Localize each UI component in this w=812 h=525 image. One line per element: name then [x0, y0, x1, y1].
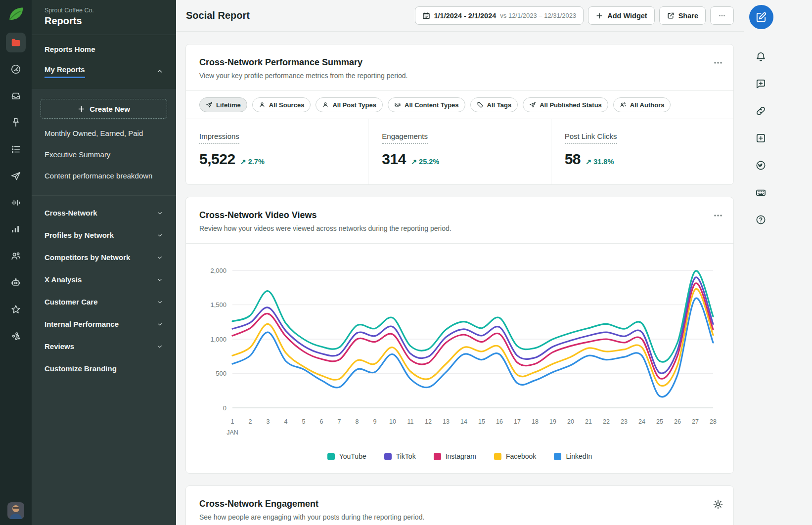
filter-chip-all-published-status[interactable]: All Published Status	[523, 97, 608, 112]
performance-summary-card: Cross-Network Performance Summary View y…	[185, 44, 734, 185]
utility-bird-circle-button[interactable]	[749, 155, 773, 175]
utility-message-plus-button[interactable]	[749, 73, 773, 94]
add-widget-button[interactable]: Add Widget	[588, 6, 654, 25]
bell-icon	[755, 51, 767, 62]
sidebar-group-cross-network[interactable]: Cross-Network	[41, 202, 167, 224]
filter-chip-all-tags[interactable]: All Tags	[470, 97, 518, 112]
legend-item-instagram[interactable]: Instagram	[434, 452, 476, 460]
tag-icon	[477, 101, 484, 108]
x-axis-tick: 27	[692, 418, 699, 425]
sidebar-group-reviews[interactable]: Reviews	[41, 335, 167, 357]
sidebar-item-reports-home[interactable]: Reports Home	[45, 45, 163, 53]
my-reports-section: Create New Monthly Owned, Earned, PaidEx…	[32, 89, 176, 191]
x-axis-tick: 7	[338, 418, 341, 425]
chevron-down-icon	[156, 343, 163, 350]
metric-label[interactable]: Impressions	[199, 132, 239, 144]
rail-audience-people-icon[interactable]	[6, 246, 26, 266]
metric-label[interactable]: Engagements	[382, 132, 428, 144]
metric-value: 58	[565, 151, 581, 168]
x-axis-tick: 6	[320, 418, 323, 425]
utility-keyboard-button[interactable]	[749, 182, 773, 203]
reports-bars-icon	[10, 224, 21, 235]
metric-label[interactable]: Post Link Clicks	[565, 132, 617, 144]
filter-chip-all-post-types[interactable]: All Post Types	[316, 97, 383, 112]
rail-network-cluster-icon[interactable]	[6, 326, 26, 346]
create-new-button[interactable]: Create New	[41, 99, 167, 119]
card-subtitle: Review how your videos were viewed acros…	[199, 224, 720, 232]
legend-item-facebook[interactable]: Facebook	[494, 452, 536, 460]
org-name: Sprout Coffee Co.	[45, 7, 163, 14]
x-axis-tick: 17	[514, 418, 521, 425]
utility-link-button[interactable]	[749, 100, 773, 121]
sidebar-item-my-reports[interactable]: My Reports	[45, 65, 163, 78]
metric-value: 5,522	[199, 151, 235, 168]
utility-window-plus-button[interactable]	[749, 128, 773, 148]
bot-icon	[10, 277, 21, 288]
sprout-logo[interactable]	[6, 5, 25, 24]
video-views-chart: 05001,0001,5002,000123456789101112131415…	[186, 244, 733, 449]
filter-chip-lifetime[interactable]: Lifetime	[199, 97, 247, 112]
legend-item-linkedin[interactable]: LinkedIn	[554, 452, 592, 460]
x-axis-tick: 22	[603, 418, 610, 425]
legend-item-youtube[interactable]: YouTube	[327, 452, 366, 460]
sidebar-report-item[interactable]: Content performance breakdown	[41, 165, 167, 186]
utility-help-button[interactable]	[749, 209, 773, 230]
sidebar-report-item[interactable]: Monthly Owned, Earned, Paid	[41, 123, 167, 144]
filter-chip-all-sources[interactable]: All Sources	[252, 97, 311, 112]
rail-influencer-star-icon[interactable]	[6, 300, 26, 319]
x-axis-tick: 11	[407, 418, 414, 425]
filter-chip-all-authors[interactable]: All Authors	[613, 97, 671, 112]
x-axis-tick: 26	[674, 418, 681, 425]
chevron-down-icon	[156, 276, 163, 283]
sidebar-group-competitors-by-network[interactable]: Competitors by Network	[41, 246, 167, 268]
report-groups: Cross-NetworkProfiles by NetworkCompetit…	[32, 195, 176, 386]
compose-icon	[756, 11, 767, 23]
rail-publishing-plane-icon[interactable]	[6, 166, 26, 186]
x-axis-tick: 20	[567, 418, 574, 425]
sidebar-item-customize-branding[interactable]: Customize Branding	[41, 357, 167, 380]
rail-inbox-icon[interactable]	[6, 86, 26, 106]
rail-feeds-list-icon[interactable]	[6, 139, 26, 159]
metric-delta: ↗ 25.2%	[411, 158, 439, 166]
influencer-star-icon	[10, 304, 21, 315]
sidebar-group-internal-performance[interactable]: Internal Performance	[41, 313, 167, 335]
feeds-list-icon	[10, 144, 21, 155]
x-axis-tick: 25	[656, 418, 663, 425]
message-plus-icon	[755, 78, 767, 89]
date-range-picker[interactable]: 1/1/2024 - 2/1/2024 vs 12/1/2023 – 12/31…	[415, 6, 584, 25]
reports-folder-icon	[10, 37, 21, 48]
bird-circle-icon	[755, 160, 767, 171]
keyboard-icon	[755, 187, 767, 198]
share-export-icon	[667, 12, 675, 20]
filter-chip-all-content-types[interactable]: All Content Types	[388, 97, 465, 112]
network-cluster-icon	[10, 331, 21, 342]
rail-reports-folder-icon[interactable]	[6, 33, 26, 52]
share-button[interactable]: Share	[659, 6, 706, 25]
legend-item-tiktok[interactable]: TikTok	[384, 452, 416, 460]
rail-pin-icon[interactable]	[6, 113, 26, 132]
compose-button[interactable]	[749, 5, 773, 29]
widget-menu-button[interactable]	[713, 210, 723, 222]
rail-reports-bars-icon[interactable]	[6, 219, 26, 239]
y-axis-tick: 1,000	[210, 336, 226, 343]
rail-dashboard-gauge-icon[interactable]	[6, 59, 26, 79]
metric-delta: ↗ 31.8%	[586, 158, 614, 166]
sidebar-group-profiles-by-network[interactable]: Profiles by Network	[41, 224, 167, 246]
compare-range-value: vs 12/1/2023 – 12/31/2023	[500, 12, 576, 19]
rail-bot-icon[interactable]	[6, 273, 26, 293]
widget-settings-button[interactable]	[713, 499, 723, 510]
more-actions-button[interactable]	[710, 6, 734, 25]
metric-impressions: Impressions5,522↗ 2.7%	[186, 119, 368, 184]
sidebar-group-x-analysis[interactable]: X Analysis	[41, 268, 167, 291]
sidebar-group-customer-care[interactable]: Customer Care	[41, 291, 167, 313]
x-axis-tick: 4	[284, 418, 288, 425]
widget-menu-button[interactable]	[713, 57, 723, 70]
sidebar-report-item[interactable]: Executive Summary	[41, 144, 167, 165]
rail-listening-waveform-icon[interactable]	[6, 193, 26, 213]
card-title: Cross-Network Engagement	[199, 499, 720, 509]
utility-bell-button[interactable]	[749, 46, 773, 67]
legend-swatch	[554, 453, 561, 460]
publishing-plane-icon	[10, 171, 21, 181]
people-icon	[620, 101, 627, 108]
user-avatar[interactable]	[7, 502, 24, 519]
